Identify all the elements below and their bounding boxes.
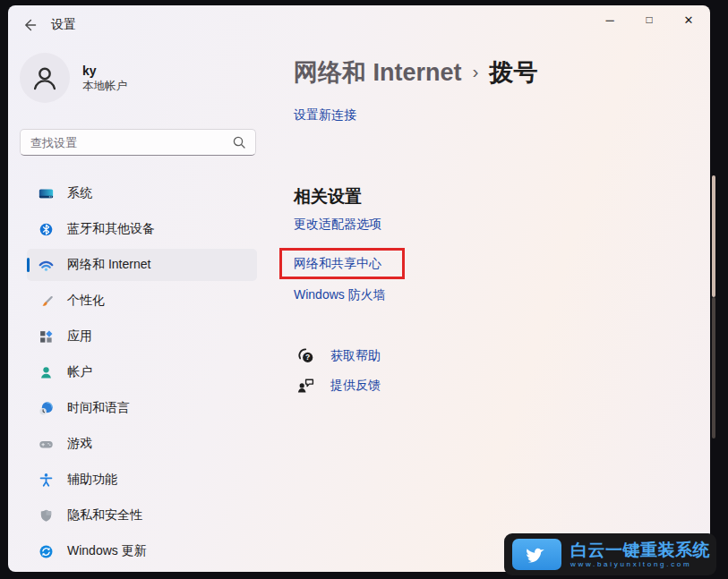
feedback-link[interactable]: 提供反馈 (330, 378, 381, 394)
search-input[interactable] (21, 136, 232, 149)
settings-window: 设置 ─ □ ✕ ky 本地帐户 (8, 5, 710, 572)
sidebar-item-label: 帐户 (67, 364, 92, 380)
avatar (20, 53, 70, 103)
system-icon (39, 186, 54, 201)
network-sharing-center-link[interactable]: 网络和共享中心 (294, 256, 381, 272)
sidebar-item-label: 时间和语言 (67, 400, 130, 416)
apps-icon (39, 329, 54, 345)
sidebar-item-label: 系统 (67, 185, 92, 201)
profile-name: ky (82, 63, 127, 79)
change-adapter-options-link[interactable]: 更改适配器选项 (294, 217, 381, 233)
scrollbar-thumb[interactable] (712, 175, 715, 297)
sidebar-item-system[interactable]: 系统 (27, 177, 257, 209)
scrollbar-track-shadow (712, 297, 715, 439)
windows-firewall-link[interactable]: Windows 防火墙 (294, 287, 386, 303)
watermark-badge: 白云一键重装系统 www.baiyunxitong.com (504, 533, 716, 575)
sidebar-item-bluetooth[interactable]: 蓝牙和其他设备 (27, 213, 257, 245)
back-button[interactable] (17, 13, 44, 37)
watermark-bird-icon (512, 539, 561, 570)
person-icon (30, 63, 60, 93)
related-settings-title: 相关设置 (294, 185, 362, 209)
sidebar-item-label: 个性化 (67, 293, 105, 309)
get-help-row[interactable]: ? 获取帮助 (296, 346, 381, 366)
get-help-link[interactable]: 获取帮助 (330, 348, 381, 364)
sidebar-item-personalization[interactable]: 个性化 (27, 285, 257, 317)
svg-text:?: ? (305, 353, 310, 362)
window-title: 设置 (51, 17, 76, 33)
sidebar-nav: 系统 蓝牙和其他设备 网络和 Internet (27, 177, 257, 571)
personalization-brush-icon (39, 294, 54, 309)
main-content: 网络和 Internet›拨号 设置新连接 相关设置 更改适配器选项 网络和共享… (294, 5, 706, 572)
sidebar-item-windows-update[interactable]: Windows 更新 (27, 535, 257, 567)
sidebar-item-label: 隐私和安全性 (67, 507, 142, 524)
page-title: 拨号 (490, 59, 538, 86)
chevron-right-icon: › (473, 61, 479, 81)
sidebar-item-label: 蓝牙和其他设备 (67, 221, 155, 237)
sidebar-item-gaming[interactable]: 游戏 (27, 428, 257, 460)
selected-indicator (27, 258, 30, 272)
bluetooth-icon (39, 222, 54, 237)
breadcrumb: 网络和 Internet›拨号 (294, 56, 538, 89)
watermark-title: 白云一键重装系统 (570, 541, 710, 560)
highlight-box: 网络和共享中心 (279, 248, 405, 279)
sidebar-item-apps[interactable]: 应用 (27, 320, 257, 353)
sidebar-item-label: 网络和 Internet (67, 257, 150, 273)
sidebar-item-accounts[interactable]: 帐户 (27, 356, 257, 388)
network-wifi-icon (39, 258, 54, 273)
sidebar-item-label: 辅助功能 (67, 472, 117, 488)
sidebar-item-privacy[interactable]: 隐私和安全性 (27, 499, 257, 532)
sidebar-item-accessibility[interactable]: 辅助功能 (27, 464, 257, 496)
sidebar-item-label: Windows 更新 (67, 543, 147, 559)
privacy-shield-icon (39, 508, 54, 524)
time-language-icon (39, 401, 54, 416)
feedback-icon (296, 376, 316, 396)
search-box (20, 129, 256, 156)
windows-update-icon (39, 544, 54, 559)
profile-account-type: 本地帐户 (82, 79, 127, 94)
get-help-icon: ? (296, 346, 316, 366)
setup-new-connection-link[interactable]: 设置新连接 (294, 107, 356, 123)
accessibility-icon (39, 473, 54, 488)
breadcrumb-parent[interactable]: 网络和 Internet (294, 59, 462, 86)
gamepad-icon (39, 437, 54, 452)
sidebar-item-network[interactable]: 网络和 Internet (27, 249, 257, 281)
feedback-row[interactable]: 提供反馈 (296, 376, 381, 396)
sidebar-item-time-language[interactable]: 时间和语言 (27, 392, 257, 424)
sidebar-item-label: 游戏 (67, 436, 92, 452)
accounts-person-icon (39, 365, 54, 380)
account-profile[interactable]: ky 本地帐户 (20, 53, 127, 103)
watermark-url: www.baiyunxitong.com (570, 560, 710, 569)
search-icon[interactable] (232, 135, 246, 149)
sidebar-item-label: 应用 (67, 328, 92, 345)
back-arrow-icon (22, 17, 39, 33)
